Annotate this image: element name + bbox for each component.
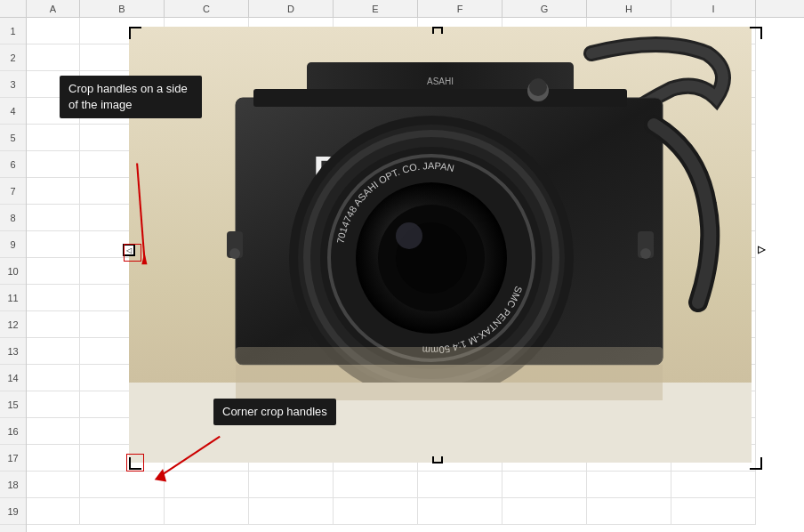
- row-num-4[interactable]: 4: [0, 98, 26, 125]
- grid-cell[interactable]: [249, 498, 334, 525]
- tooltip-side-handles: Crop handles on a side of the image: [60, 76, 202, 118]
- grid-cell[interactable]: [334, 472, 418, 498]
- grid-cell[interactable]: [27, 445, 80, 472]
- camera-svg: PENTAX MLX 7014748 ASAHI OP: [129, 27, 752, 463]
- svg-point-24: [229, 248, 240, 259]
- crop-handle-bottom-right[interactable]: [750, 457, 762, 470]
- crop-handle-top-left[interactable]: [129, 27, 141, 39]
- grid-cell[interactable]: [27, 205, 80, 231]
- grid-cell[interactable]: [27, 151, 80, 178]
- row-num-16[interactable]: 16: [0, 418, 26, 445]
- crop-handle-top-center[interactable]: [432, 27, 443, 34]
- col-header-a[interactable]: A: [27, 0, 80, 17]
- row-num-12[interactable]: 12: [0, 311, 26, 338]
- tooltip-side-handles-text: Crop handles on a side of the image: [68, 82, 188, 111]
- camera-image-container: PENTAX MLX 7014748 ASAHI OP: [129, 27, 752, 463]
- grid-cell[interactable]: [27, 178, 80, 205]
- grid-cell[interactable]: [27, 285, 80, 311]
- grid-cell[interactable]: [27, 418, 80, 445]
- grid-cell[interactable]: [27, 18, 80, 44]
- grid-cell[interactable]: [27, 44, 80, 71]
- row-num-13[interactable]: 13: [0, 338, 26, 365]
- camera-image: PENTAX MLX 7014748 ASAHI OP: [129, 27, 752, 463]
- svg-point-7: [529, 78, 547, 96]
- row-num-11[interactable]: 11: [0, 285, 26, 311]
- col-header-i[interactable]: I: [671, 0, 756, 17]
- grid-cell[interactable]: [165, 498, 249, 525]
- grid-cell[interactable]: [27, 311, 80, 338]
- row-num-14[interactable]: 14: [0, 365, 26, 391]
- grid-cell[interactable]: [502, 472, 587, 498]
- grid-cell[interactable]: [80, 472, 165, 498]
- svg-point-26: [640, 248, 651, 259]
- column-headers: A B C D E F G H I: [0, 0, 804, 18]
- grid-cell[interactable]: [27, 498, 80, 525]
- col-header-e[interactable]: E: [334, 0, 418, 17]
- crop-handle-top-right[interactable]: [750, 27, 762, 39]
- grid-area: PENTAX MLX 7014748 ASAHI OP: [27, 18, 804, 532]
- grid-cell[interactable]: [80, 498, 165, 525]
- tooltip-corner-handles-text: Corner crop handles: [222, 405, 327, 418]
- grid-cell[interactable]: [418, 498, 502, 525]
- spreadsheet: A B C D E F G H I 1 2 3 4 5 6 7 8 9 10 1…: [0, 0, 804, 532]
- col-header-h[interactable]: H: [587, 0, 671, 17]
- svg-rect-5: [253, 89, 627, 107]
- row-num-8[interactable]: 8: [0, 205, 26, 231]
- crop-handle-right-center[interactable]: ▷: [758, 244, 765, 255]
- bottom-left-handle-highlight: [126, 454, 144, 472]
- grid-cell[interactable]: [671, 498, 756, 525]
- col-header-c[interactable]: C: [165, 0, 249, 17]
- col-header-g[interactable]: G: [502, 0, 587, 17]
- svg-rect-29: [236, 365, 663, 400]
- grid-cell[interactable]: [27, 391, 80, 418]
- row-num-18[interactable]: 18: [0, 472, 26, 498]
- row-num-2[interactable]: 2: [0, 44, 26, 71]
- grid-cell[interactable]: [27, 365, 80, 391]
- grid-cell[interactable]: [27, 125, 80, 151]
- grid-cell[interactable]: [671, 472, 756, 498]
- grid-cell[interactable]: [165, 472, 249, 498]
- row-num-10[interactable]: 10: [0, 258, 26, 285]
- grid-cell[interactable]: [27, 231, 80, 258]
- row-num-19[interactable]: 19: [0, 498, 26, 525]
- col-header-f[interactable]: F: [418, 0, 502, 17]
- row-numbers: 1 2 3 4 5 6 7 8 9 10 11 12 13 14 15 16 1…: [0, 18, 27, 532]
- row-num-1[interactable]: 1: [0, 18, 26, 44]
- grid-cell[interactable]: [27, 258, 80, 285]
- row-num-17[interactable]: 17: [0, 445, 26, 472]
- left-handle-highlight: [124, 244, 141, 262]
- tooltip-corner-handles: Corner crop handles: [213, 399, 336, 425]
- grid-body: 1 2 3 4 5 6 7 8 9 10 11 12 13 14 15 16 1…: [0, 18, 804, 532]
- grid-cell[interactable]: [502, 498, 587, 525]
- row-num-9[interactable]: 9: [0, 231, 26, 258]
- row-num-7[interactable]: 7: [0, 178, 26, 205]
- svg-text:ASAHI: ASAHI: [427, 77, 454, 86]
- row-num-15[interactable]: 15: [0, 391, 26, 418]
- grid-cell[interactable]: [418, 472, 502, 498]
- crop-handle-bottom-center[interactable]: [432, 456, 443, 463]
- svg-point-21: [396, 222, 422, 249]
- row-num-6[interactable]: 6: [0, 151, 26, 178]
- row-num-3[interactable]: 3: [0, 71, 26, 98]
- grid-cell[interactable]: [27, 472, 80, 498]
- col-header-b[interactable]: B: [80, 0, 165, 17]
- row-num-5[interactable]: 5: [0, 125, 26, 151]
- grid-cell[interactable]: [249, 472, 334, 498]
- grid-cell[interactable]: [334, 498, 418, 525]
- svg-marker-33: [155, 469, 166, 481]
- grid-cell[interactable]: [587, 472, 671, 498]
- corner-cell: [0, 0, 27, 17]
- grid-cell[interactable]: [587, 498, 671, 525]
- grid-cell[interactable]: [27, 338, 80, 365]
- col-header-d[interactable]: D: [249, 0, 334, 17]
